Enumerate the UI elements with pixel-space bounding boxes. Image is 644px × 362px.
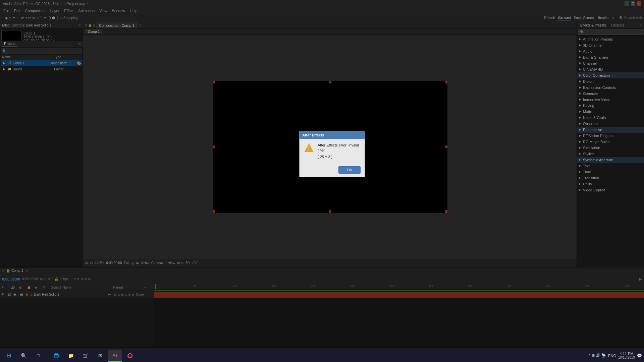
dialog-box: After Effects ! After Effects error: inv…	[299, 131, 365, 177]
taskbar-task-view[interactable]: □	[32, 350, 45, 362]
taskbar-opera[interactable]: ⭕	[123, 350, 137, 362]
taskbar-sys-icons: ^ ⊞ 🔊 📡	[589, 353, 606, 358]
taskbar-language: ENG	[608, 354, 616, 358]
taskbar-clock: 4:11 PM 10/13/2019	[618, 352, 635, 359]
taskbar-explorer[interactable]: 📁	[64, 350, 77, 362]
dialog-buttons: OK	[300, 164, 365, 177]
ok-button[interactable]: OK	[338, 166, 361, 174]
taskbar-store[interactable]: 🛒	[79, 350, 92, 362]
taskbar-edge[interactable]: 🌐	[49, 350, 63, 362]
taskbar-time: 4:11 PM	[618, 352, 635, 356]
dialog-content: ! After Effects error: invalid filter ( …	[300, 139, 365, 164]
taskbar-date: 10/13/2019	[618, 356, 635, 359]
taskbar: ⊞ 🔍 □ 🌐 📁 🛒 ✉ Ae ⭕ ^ ⊞ 🔊 📡 ENG 4:11 PM 1…	[0, 349, 644, 362]
dialog-message-line2: ( 25 :: 3 )	[318, 155, 361, 160]
dialog-title-bar: After Effects	[300, 131, 365, 139]
taskbar-right: ^ ⊞ 🔊 📡 ENG 4:11 PM 10/13/2019 💬	[589, 352, 642, 359]
taskbar-sep-1	[47, 352, 47, 360]
dialog-overlay[interactable]: After Effects ! After Effects error: inv…	[0, 0, 644, 362]
taskbar-notification[interactable]: 💬	[637, 353, 642, 358]
dialog-text: After Effects error: invalid filter ( 25…	[318, 143, 361, 160]
taskbar-search[interactable]: 🔍	[17, 350, 30, 362]
dialog-message-line1: After Effects error: invalid filter	[318, 143, 361, 153]
svg-text:!: !	[308, 146, 310, 152]
dialog-title: After Effects	[302, 133, 324, 137]
taskbar-ae[interactable]: Ae	[108, 350, 122, 362]
dialog-warning-icon: !	[304, 143, 314, 154]
taskbar-ae-icon: Ae	[112, 353, 117, 358]
taskbar-mail[interactable]: ✉	[94, 350, 107, 362]
taskbar-start[interactable]: ⊞	[2, 350, 15, 362]
